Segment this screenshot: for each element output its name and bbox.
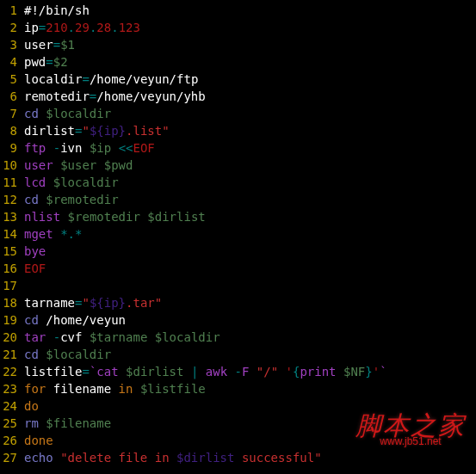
token: ` <box>380 365 386 379</box>
code-line[interactable]: cd $remotedir <box>24 191 476 208</box>
code-line[interactable]: cd $localdir <box>24 105 476 122</box>
line-number: 18 <box>0 294 17 311</box>
token <box>278 365 285 379</box>
code-content[interactable]: #!/bin/ship=210.29.28.123user=$1pwd=$2lo… <box>24 2 476 466</box>
code-line[interactable]: dirlist="${ip}.list" <box>24 122 476 139</box>
token: tar <box>24 330 46 344</box>
token: dirlist <box>24 124 75 138</box>
line-number: 19 <box>0 311 17 329</box>
line-number: 13 <box>0 208 17 225</box>
code-line[interactable]: for filename in $listfile <box>24 380 476 397</box>
code-line[interactable]: #!/bin/sh <box>24 2 476 19</box>
token: $ip <box>90 141 111 155</box>
token: $remotedir <box>68 210 140 224</box>
line-number: 22 <box>0 363 17 380</box>
token <box>60 210 67 224</box>
code-line[interactable]: ftp -ivn $ip <<EOF <box>24 139 476 157</box>
token: $1 <box>60 38 75 52</box>
token: 123 <box>119 21 140 34</box>
line-number: 27 <box>0 449 17 466</box>
code-line[interactable]: listfile=`cat $dirlist | awk -F "/" '{pr… <box>24 363 476 380</box>
token: cd <box>24 193 39 206</box>
token: remotedir <box>24 89 90 103</box>
token: F <box>242 365 257 379</box>
token: $remotedir <box>46 193 118 206</box>
token: .list" <box>126 124 170 138</box>
code-line[interactable]: remotedir=/home/veyun/yhb <box>24 88 476 105</box>
token: cd <box>24 107 39 120</box>
token: user <box>24 158 53 172</box>
token: rm <box>24 416 39 430</box>
code-line[interactable]: tarname="${ip}.tar" <box>24 294 476 311</box>
token: /home/veyun/yhb <box>96 89 205 103</box>
token <box>46 330 53 344</box>
code-line[interactable]: mget *.* <box>24 225 476 243</box>
token: << <box>119 141 133 155</box>
token: *.* <box>60 227 82 241</box>
token: $localdir <box>155 330 220 344</box>
line-number: 7 <box>0 105 17 122</box>
token: 28 <box>96 21 111 34</box>
token: tarname <box>24 296 75 310</box>
code-line[interactable]: echo "delete file in $dirlist successful… <box>24 449 476 466</box>
token: /home/veyun <box>39 313 126 327</box>
token: ip <box>24 21 39 34</box>
token: $dirlist <box>147 210 205 224</box>
code-line[interactable]: nlist $remotedir $dirlist <box>24 208 476 225</box>
token <box>111 141 118 155</box>
token: listfile <box>24 365 82 379</box>
token: ${ip} <box>90 296 126 310</box>
code-line[interactable]: do <box>24 397 476 415</box>
token <box>46 141 53 155</box>
line-number: 20 <box>0 329 17 346</box>
token: $tarname <box>90 330 147 344</box>
code-line[interactable]: pwd=$2 <box>24 53 476 71</box>
token: cvf <box>60 330 90 344</box>
code-line[interactable]: lcd $localdir <box>24 174 476 191</box>
token: $localdir <box>46 348 111 361</box>
token: $2 <box>53 55 68 69</box>
line-number: 3 <box>0 36 17 53</box>
line-number: 26 <box>0 432 17 449</box>
line-number: 23 <box>0 380 17 397</box>
token: . <box>111 21 118 34</box>
token: ' <box>373 365 380 379</box>
token: ftp <box>24 141 46 155</box>
code-line[interactable]: done <box>24 432 476 449</box>
token <box>53 451 60 465</box>
line-number: 8 <box>0 122 17 139</box>
token: print <box>300 365 343 379</box>
line-number: 5 <box>0 71 17 88</box>
token: EOF <box>133 141 154 155</box>
code-line[interactable]: user $user $pwd <box>24 157 476 174</box>
code-line[interactable]: rm $filename <box>24 415 476 432</box>
code-line[interactable]: tar -cvf $tarname $localdir <box>24 329 476 346</box>
code-line[interactable]: ip=210.29.28.123 <box>24 19 476 36</box>
token: = <box>82 72 89 86</box>
token: " <box>82 296 89 310</box>
code-line[interactable]: cd /home/veyun <box>24 311 476 329</box>
token: $user <box>60 158 96 172</box>
token: "delete file in <box>60 451 176 465</box>
line-number: 21 <box>0 346 17 363</box>
code-line[interactable]: user=$1 <box>24 36 476 53</box>
code-line[interactable]: EOF <box>24 260 476 277</box>
token: $localdir <box>53 175 119 189</box>
token: .tar" <box>126 296 162 310</box>
token <box>46 175 53 189</box>
code-line[interactable]: bye <box>24 243 476 260</box>
token: $filename <box>46 416 111 430</box>
line-number: 24 <box>0 397 17 415</box>
line-number: 4 <box>0 53 17 71</box>
code-line[interactable] <box>24 277 476 294</box>
code-line[interactable]: cd $localdir <box>24 346 476 363</box>
code-line[interactable]: localdir=/home/veyun/ftp <box>24 71 476 88</box>
token: cd <box>24 313 39 327</box>
token: /home/veyun/ftp <box>90 72 198 86</box>
line-number: 6 <box>0 88 17 105</box>
token: - <box>235 365 242 379</box>
token: localdir <box>24 72 82 86</box>
token: successful" <box>234 451 321 465</box>
token: user <box>24 38 53 52</box>
token: = <box>53 38 60 52</box>
